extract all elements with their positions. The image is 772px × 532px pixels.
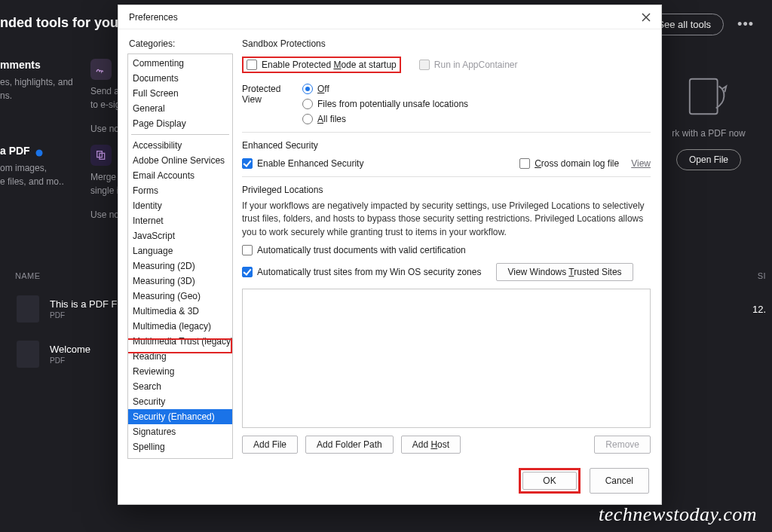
category-accessibility[interactable]: Accessibility bbox=[128, 138, 232, 153]
auto-cert-checkbox[interactable]: Automatically trust documents with valid… bbox=[242, 245, 651, 255]
auto-cert-label: Automatically trust documents with valid… bbox=[257, 245, 466, 255]
cross-domain-label: Cross domain log file bbox=[535, 158, 619, 169]
category-measuring-geo[interactable]: Measuring (Geo) bbox=[128, 289, 232, 304]
more-menu-icon[interactable]: ••• bbox=[737, 17, 754, 32]
pv-unsafe-label: Files from potentially unsafe locations bbox=[317, 99, 468, 109]
file-name: This is a PDF File bbox=[50, 298, 127, 310]
protected-mode-checkbox[interactable]: Enable Protected Mode at startup bbox=[247, 60, 397, 70]
add-folder-button[interactable]: Add Folder Path bbox=[305, 436, 394, 454]
privileged-locations-list[interactable] bbox=[242, 289, 651, 428]
category-spelling[interactable]: Spelling bbox=[128, 439, 232, 454]
enable-enhanced-label: Enable Enhanced Security bbox=[257, 158, 363, 169]
merge-card-icon bbox=[90, 145, 112, 166]
category-tracker[interactable]: Tracker bbox=[128, 454, 232, 459]
tools-heading: nded tools for you bbox=[0, 15, 118, 31]
category-measuring-3d[interactable]: Measuring (3D) bbox=[128, 274, 232, 289]
close-button[interactable] bbox=[637, 8, 655, 26]
app-container-label: Run in AppContainer bbox=[434, 60, 518, 70]
protected-mode-label: Enable Protected Mode at startup bbox=[262, 60, 397, 70]
ok-button[interactable]: OK bbox=[522, 472, 576, 490]
category-multimedia-legacy[interactable]: Multimedia (legacy) bbox=[128, 319, 232, 334]
auto-os-checkbox[interactable]: Automatically trust sites from my Win OS… bbox=[242, 267, 481, 277]
category-full-screen[interactable]: Full Screen bbox=[128, 86, 232, 101]
pv-all-label: All files bbox=[317, 114, 346, 124]
category-commenting[interactable]: Commenting bbox=[128, 56, 232, 71]
category-measuring-2d[interactable]: Measuring (2D) bbox=[128, 258, 232, 274]
category-adobe-online-services[interactable]: Adobe Online Services bbox=[128, 153, 232, 168]
auto-os-input[interactable] bbox=[242, 267, 253, 277]
comments-subtitle: es, highlights, and ns. bbox=[0, 75, 73, 102]
cross-domain-checkbox[interactable]: Cross domain log file bbox=[519, 158, 619, 169]
info-icon bbox=[35, 148, 44, 157]
open-card-hint: rk with a PDF now bbox=[672, 127, 745, 140]
svg-rect-3 bbox=[690, 79, 718, 115]
category-page-display[interactable]: Page Display bbox=[128, 116, 232, 131]
cross-domain-input[interactable] bbox=[519, 158, 530, 169]
file-type: PDF bbox=[50, 356, 90, 365]
cancel-button[interactable]: Cancel bbox=[590, 468, 649, 494]
protected-mode-input[interactable] bbox=[247, 60, 257, 70]
remove-button[interactable]: Remove bbox=[594, 436, 651, 454]
category-reading[interactable]: Reading bbox=[128, 349, 232, 364]
sandbox-heading: Sandbox Protections bbox=[242, 38, 651, 49]
preferences-dialog: Preferences Categories: Commenting Docum… bbox=[118, 5, 662, 505]
signature-card-icon bbox=[90, 59, 112, 80]
privileged-heading: Privileged Locations bbox=[242, 185, 651, 195]
open-file-button[interactable]: Open File bbox=[676, 149, 741, 170]
auto-os-label: Automatically trust sites from my Win OS… bbox=[257, 267, 481, 277]
category-multimedia-trust-legacy[interactable]: Multimedia Trust (legacy) bbox=[128, 334, 232, 349]
categories-list[interactable]: Commenting Documents Full Screen General… bbox=[127, 54, 233, 459]
protected-mode-highlight: Enable Protected Mode at startup bbox=[242, 57, 401, 73]
category-security[interactable]: Security bbox=[128, 394, 232, 409]
category-general[interactable]: General bbox=[128, 101, 232, 116]
pdf-thumbnail-icon bbox=[685, 75, 732, 118]
add-host-button[interactable]: Add Host bbox=[401, 436, 461, 454]
enable-enhanced-input[interactable] bbox=[242, 158, 253, 169]
category-reviewing[interactable]: Reviewing bbox=[128, 364, 232, 379]
category-signatures[interactable]: Signatures bbox=[128, 424, 232, 439]
pv-unsafe-radio[interactable]: Files from potentially unsafe locations bbox=[302, 99, 468, 109]
privileged-desc: If your workflows are negatively impacte… bbox=[242, 200, 651, 239]
category-forms[interactable]: Forms bbox=[128, 183, 232, 198]
pv-off-label: Off bbox=[317, 84, 329, 94]
enhanced-section: Enhanced Security Enable Enhanced Securi… bbox=[242, 140, 651, 177]
add-file-button[interactable]: Add File bbox=[242, 436, 298, 454]
pdf-tool-title: a PDF bbox=[0, 145, 30, 157]
app-container-checkbox[interactable]: Run in AppContainer bbox=[419, 60, 518, 70]
category-email-accounts[interactable]: Email Accounts bbox=[128, 168, 232, 183]
category-search[interactable]: Search bbox=[128, 379, 232, 394]
file-type: PDF bbox=[50, 311, 127, 320]
view-trusted-sites-button[interactable]: View Windows Trusted Sites bbox=[496, 263, 633, 281]
sandbox-section: Sandbox Protections Enable Protected Mod… bbox=[242, 38, 651, 133]
view-link[interactable]: View bbox=[631, 158, 651, 169]
protected-view-label: Protected View bbox=[242, 84, 295, 105]
pdf-file-icon bbox=[17, 341, 39, 368]
auto-cert-input[interactable] bbox=[242, 245, 253, 255]
pv-all-input[interactable] bbox=[302, 114, 313, 124]
file-name: Welcome bbox=[50, 344, 90, 355]
category-internet[interactable]: Internet bbox=[128, 213, 232, 228]
merge-card-line1: Merge bbox=[90, 170, 119, 184]
use-now-1[interactable]: Use no bbox=[90, 122, 120, 136]
category-multimedia-3d[interactable]: Multimedia & 3D bbox=[128, 304, 232, 319]
svg-point-0 bbox=[35, 150, 42, 157]
pv-off-input[interactable] bbox=[302, 84, 313, 94]
category-identity[interactable]: Identity bbox=[128, 198, 232, 213]
category-separator bbox=[131, 134, 229, 135]
col-size: SI bbox=[758, 271, 766, 280]
signature-card-line2: to e-sig bbox=[90, 98, 120, 112]
privileged-section: Privileged Locations If your workflows a… bbox=[242, 185, 651, 459]
category-language[interactable]: Language bbox=[128, 243, 232, 258]
pv-off-radio[interactable]: Off bbox=[302, 84, 468, 94]
category-security-enhanced[interactable]: Security (Enhanced) bbox=[128, 409, 232, 424]
enable-enhanced-checkbox[interactable]: Enable Enhanced Security bbox=[242, 158, 363, 169]
use-now-2[interactable]: Use no bbox=[90, 208, 119, 222]
app-container-input[interactable] bbox=[419, 60, 430, 70]
pv-unsafe-input[interactable] bbox=[302, 99, 313, 109]
category-javascript[interactable]: JavaScript bbox=[128, 228, 232, 243]
file-size: 12. bbox=[752, 304, 766, 315]
open-file-card: rk with a PDF now Open File bbox=[663, 75, 754, 170]
pdf-tool-subtitle: om images, e files, and mo.. bbox=[0, 161, 64, 188]
pv-all-radio[interactable]: All files bbox=[302, 114, 468, 124]
category-documents[interactable]: Documents bbox=[128, 71, 232, 86]
